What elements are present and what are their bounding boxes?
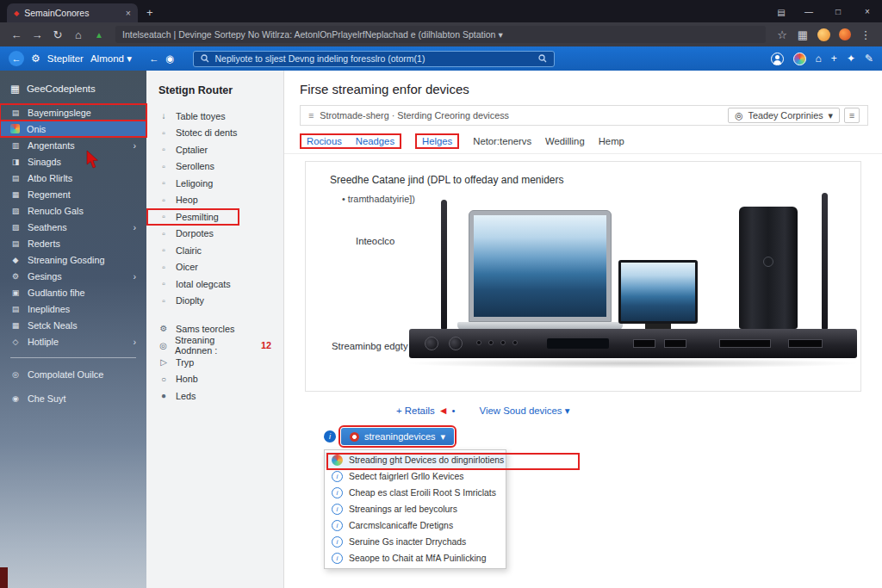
sidebar-item-setck-neals[interactable]: ▦ Setck Neals: [0, 317, 146, 333]
close-button[interactable]: ×: [853, 7, 882, 16]
subsidebar-item-serollens[interactable]: ▫ Serollens: [146, 158, 283, 176]
label-inteoclco: Inteoclco: [356, 236, 394, 246]
forward-icon[interactable]: →: [28, 28, 47, 41]
sidebar-item-rederts[interactable]: ▤ Rederts: [0, 235, 146, 251]
subsidebar-item-dioplty[interactable]: ▫ Dioplty: [146, 293, 283, 310]
subsidebar-item-leligoing[interactable]: ▫ Leligoing: [146, 175, 283, 192]
sidebar-item-seathens[interactable]: ▨ Seathens ›: [0, 219, 146, 235]
tab-netor-tenervs[interactable]: Netor:tenervs: [473, 136, 531, 146]
sidebar-item-streaning-gosding[interactable]: ◆ Streaning Gosding: [0, 251, 146, 268]
sidebar-item-compolatel-ouilce[interactable]: ◎ Compolatel Ouilce: [0, 364, 146, 385]
subsidebar-item-clairic[interactable]: ▫ Clairic: [146, 242, 283, 259]
subsidebar-item-oicer[interactable]: ▫ Oicer: [146, 259, 283, 276]
address-bar[interactable]: Intelseatach | Devinge Sortepy No Witlrz…: [115, 26, 766, 43]
tab-rocious[interactable]: Rocious: [307, 136, 342, 146]
subsidebar-item-table-ttoyes[interactable]: ↓ Table ttoyes: [146, 108, 283, 125]
dropdown-button-row: i streaningdevices ▾: [324, 428, 858, 445]
subsidebar-item-label: Table ttoyes: [176, 111, 226, 121]
subsidebar-item-stotec-di-dents[interactable]: ▫ Stotec di dents: [146, 125, 283, 142]
receiver-vent: [788, 339, 823, 348]
sidebar-item-atbo-rlirlts[interactable]: ▤ Atbo Rlirlts: [0, 170, 146, 186]
streaming-devices-button[interactable]: streaningdevices ▾: [341, 428, 454, 445]
sidebar-item-che-suyt[interactable]: ◉ Che Suyt: [0, 388, 146, 409]
sidebar-item-onis[interactable]: Onis: [0, 121, 146, 137]
app-gear-icon[interactable]: ⚙: [31, 53, 40, 65]
subsidebar-tool-honb[interactable]: ○ Honb: [146, 371, 283, 388]
sidebar-item-label: Onis: [27, 124, 46, 134]
subsidebar-tool-streaning-aodnnen[interactable]: ◎ Streaning Aodnnen : 12: [146, 337, 283, 355]
menu-item-streading-devices[interactable]: Streading ght Devices do dingnirlotiens: [325, 452, 506, 468]
subsidebar-tool-tryp[interactable]: ▷ Tryp: [146, 354, 283, 371]
sidebar-item-ineplidnes[interactable]: ▤ Ineplidnes: [0, 300, 146, 317]
app-brand-menu[interactable]: Almond ▾: [90, 53, 132, 65]
hamburger-icon[interactable]: ≡: [308, 110, 314, 121]
extensions-icon[interactable]: ▦: [793, 28, 812, 41]
info-icon: i: [324, 430, 336, 443]
menu-item-seruine-drrychads[interactable]: i Seruine Gs inacter Drrychads: [325, 534, 506, 550]
browser-tab[interactable]: ◆ SemainConores ×: [7, 3, 138, 22]
sidebar-item-bayemingslege[interactable]: ▤ Bayemingslege: [0, 104, 146, 121]
spark-icon[interactable]: ✦: [847, 53, 855, 65]
menu-item-carcmslcanicaffe[interactable]: i Carcmslcanicaffe Dretigns: [325, 517, 506, 534]
chevron-down-icon: ▾: [565, 405, 570, 416]
new-tab-button[interactable]: +: [146, 6, 153, 19]
add-plus-icon[interactable]: +: [831, 53, 837, 65]
sidebar-bottom-artifact: [0, 567, 8, 588]
receiver-button: [488, 340, 494, 345]
sidebar-item-angentants[interactable]: ▥ Angentants ›: [0, 137, 146, 153]
sidebar-item-gesings[interactable]: ⚙ Gesings ›: [0, 268, 146, 284]
home-building-icon[interactable]: ⌂: [816, 53, 822, 65]
filter-area: ◎ Teadey Corprinies ▾ ≡: [728, 108, 860, 123]
subsidebar-item-cptalier[interactable]: ▫ Cptalier: [146, 141, 283, 158]
sidebar-item-regement[interactable]: ▦ Regement: [0, 186, 146, 202]
sidebar-item-renuclo-gals[interactable]: ▧ Renuclo Gals: [0, 202, 146, 219]
bookmark-star-icon[interactable]: ☆: [773, 28, 792, 41]
retails-label: + Retails: [396, 405, 435, 416]
subsidebar-item-label: Leligoing: [176, 178, 213, 189]
menu-item-seaope-chait[interactable]: i Seaope to Chait at MfA Puinlicking: [325, 550, 506, 566]
account-person-icon[interactable]: [771, 53, 784, 65]
view-devices-dropdown[interactable]: View Soud devices ▾: [480, 405, 570, 417]
tab-close-icon[interactable]: ×: [126, 8, 131, 18]
list-view-button[interactable]: ≡: [844, 108, 860, 123]
sidebar-item-label: Regement: [28, 189, 71, 200]
home-icon[interactable]: ⌂: [69, 28, 88, 41]
minimize-button[interactable]: —: [794, 7, 823, 16]
app-back-circle-icon[interactable]: ←: [9, 51, 24, 66]
maximize-button[interactable]: □: [823, 7, 853, 16]
subsidebar-item-iotal-olegcats[interactable]: ▫ Iotal olegcats: [146, 275, 283, 293]
tab-hemp[interactable]: Hemp: [599, 136, 624, 146]
keyboard-icon[interactable]: ▤: [768, 8, 794, 22]
tab-wedilling[interactable]: Wedilling: [545, 136, 585, 146]
back-icon[interactable]: ←: [7, 28, 26, 41]
sidebar-item-label: Compolatel Ouilce: [28, 369, 103, 380]
app-search-input[interactable]: [214, 53, 533, 64]
sidebar-item-hotliple[interactable]: ◇ Hotliple ›: [0, 333, 146, 350]
sidebar-item-sinagds[interactable]: ◨ Sinagds: [0, 153, 146, 170]
menu-item-sedect-kevices[interactable]: i Sedect faigrlerl Grllo Kevices: [325, 468, 506, 485]
profile-avatar[interactable]: [817, 28, 830, 41]
subsidebar-item-pesmilting[interactable]: ▫ Pesmilting: [146, 208, 239, 226]
reload-icon[interactable]: ↻: [48, 28, 67, 41]
menu-item-cheap-imriclats[interactable]: i Cheap es clast Eroili Root S Imriclats: [325, 485, 506, 501]
pencil-icon[interactable]: ✎: [865, 53, 873, 65]
filter-dropdown[interactable]: ◎ Teadey Corprinies ▾: [728, 108, 840, 123]
app-nav-back-icon[interactable]: ←: [149, 53, 159, 64]
breadcrumb-bar: ≡ Strotmade-sherg · Sterding Creoring de…: [300, 105, 868, 126]
tab-helges[interactable]: Helges: [422, 136, 452, 146]
subsidebar-tool-leds[interactable]: ● Leds: [146, 387, 283, 405]
menu-item-label: Seruine Gs inacter Drrychads: [349, 537, 466, 547]
browser-menu-icon[interactable]: ⋮: [856, 28, 875, 41]
menu-item-streanings-beycolurs[interactable]: i Streanings ar led beycolurs: [325, 501, 506, 517]
cursor-pointer: [86, 151, 100, 170]
subsidebar-item-heop[interactable]: ▫ Heop: [146, 192, 283, 209]
color-wheel-icon[interactable]: [793, 53, 806, 65]
sidebar-item-gudlantio-fihe[interactable]: ▣ Gudlantio fihe: [0, 284, 146, 300]
tab-title: SemainConores: [24, 8, 121, 18]
subsidebar-item-dorpotes[interactable]: ▫ Dorpotes: [146, 226, 283, 243]
update-badge-icon[interactable]: [839, 28, 851, 40]
app-search-bar[interactable]: [193, 51, 555, 67]
chevron-down-icon: ▾: [441, 431, 446, 443]
tab-neadges[interactable]: Neadges: [356, 136, 394, 146]
retails-link[interactable]: + Retails ◄ •: [396, 405, 456, 417]
